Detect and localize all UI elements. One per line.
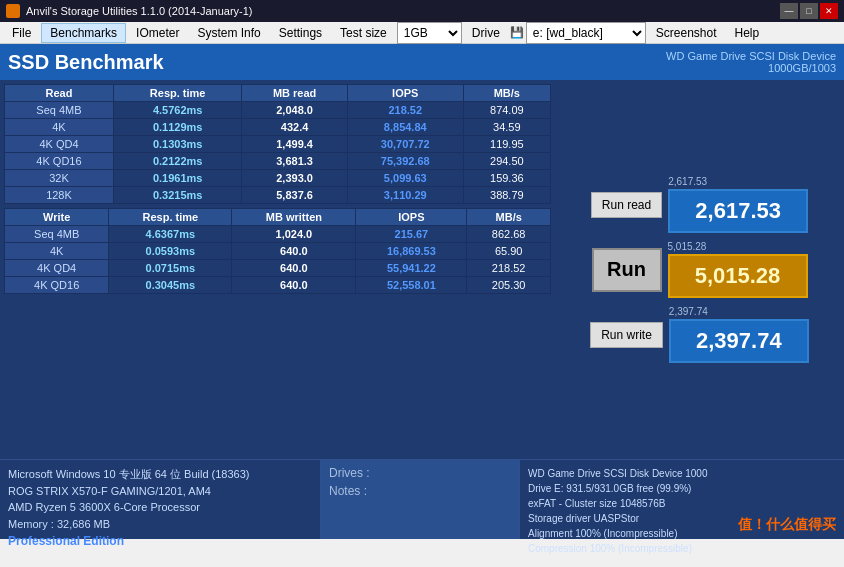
read-row-label: 128K — [5, 187, 114, 204]
write-row-iops: 52,558.01 — [356, 277, 467, 294]
write-table-row: 4K 0.0593ms 640.0 16,869.53 65.90 — [5, 243, 551, 260]
read-row-label: 4K — [5, 119, 114, 136]
drive-select[interactable]: e: [wd_black] — [526, 22, 646, 44]
menu-bar: File Benchmarks IOmeter System Info Sett… — [0, 22, 844, 44]
maximize-button[interactable]: □ — [800, 3, 818, 19]
score-panel: Run read 2,617.53 2,617.53 Run 5,015.28 … — [555, 80, 844, 459]
read-table-row: 128K 0.3215ms 5,837.6 3,110.29 388.79 — [5, 187, 551, 204]
col-iops: IOPS — [347, 85, 463, 102]
col-iops-w: IOPS — [356, 209, 467, 226]
drive-detail-0: WD Game Drive SCSI Disk Device 1000 — [528, 466, 836, 481]
write-row-mbs: 862.68 — [467, 226, 551, 243]
read-row-resp: 0.1961ms — [113, 170, 241, 187]
read-row-mbs: 34.59 — [463, 119, 550, 136]
write-row-mb: 640.0 — [232, 243, 356, 260]
menu-screenshot[interactable]: Screenshot — [648, 24, 725, 42]
read-row-label: 32K — [5, 170, 114, 187]
col-read: Read — [5, 85, 114, 102]
write-row-mbs: 205.30 — [467, 277, 551, 294]
write-row-mb: 1,024.0 — [232, 226, 356, 243]
main-content: Read Resp. time MB read IOPS MB/s Seq 4M… — [0, 80, 844, 459]
title-bar: Anvil's Storage Utilities 1.1.0 (2014-Ja… — [0, 0, 844, 22]
write-row-label: Seq 4MB — [5, 226, 109, 243]
read-row-mbs: 119.95 — [463, 136, 550, 153]
testsize-select[interactable]: 1GB 512MB 256MB — [397, 22, 462, 44]
app-title: Anvil's Storage Utilities 1.1.0 (2014-Ja… — [26, 5, 252, 17]
write-score-row: Run write 2,397.74 2,397.74 — [590, 306, 809, 363]
read-row-iops: 8,854.84 — [347, 119, 463, 136]
footer-sysinfo: Microsoft Windows 10 专业版 64 位 Build (183… — [0, 460, 320, 539]
menu-testsize-label: Test size — [332, 24, 395, 42]
col-mbs-w: MB/s — [467, 209, 551, 226]
write-table-row: 4K QD16 0.3045ms 640.0 52,558.01 205.30 — [5, 277, 551, 294]
read-row-mb: 3,681.3 — [242, 153, 348, 170]
drive-info: WD Game Drive SCSI Disk Device 1000GB/10… — [666, 50, 836, 74]
write-table-row: Seq 4MB 4.6367ms 1,024.0 215.67 862.68 — [5, 226, 551, 243]
read-row-mb: 5,837.6 — [242, 187, 348, 204]
run-write-button[interactable]: Run write — [590, 322, 663, 348]
menu-help[interactable]: Help — [727, 24, 768, 42]
read-score-block: 2,617.53 2,617.53 — [668, 176, 808, 233]
menu-file[interactable]: File — [4, 24, 39, 42]
read-row-iops: 5,099.63 — [347, 170, 463, 187]
write-row-iops: 16,869.53 — [356, 243, 467, 260]
write-row-mb: 640.0 — [232, 277, 356, 294]
write-row-mbs: 65.90 — [467, 243, 551, 260]
read-row-mbs: 874.09 — [463, 102, 550, 119]
drive-detail-2: exFAT - Cluster size 1048576B — [528, 496, 836, 511]
read-row-mbs: 294.50 — [463, 153, 550, 170]
run-button[interactable]: Run — [592, 248, 662, 292]
write-row-resp: 4.6367ms — [109, 226, 232, 243]
sys-line-2: ROG STRIX X570-F GAMING/1201, AM4 — [8, 483, 312, 500]
minimize-button[interactable]: — — [780, 3, 798, 19]
app-icon — [6, 4, 20, 18]
menu-benchmarks[interactable]: Benchmarks — [41, 23, 126, 43]
read-row-resp: 0.3215ms — [113, 187, 241, 204]
page-header: SSD Benchmark WD Game Drive SCSI Disk De… — [0, 44, 844, 80]
footer-drive-details: WD Game Drive SCSI Disk Device 1000 Driv… — [520, 460, 844, 539]
notes-label: Notes : — [329, 484, 511, 498]
read-row-mbs: 388.79 — [463, 187, 550, 204]
read-row-resp: 0.1129ms — [113, 119, 241, 136]
menu-sysinfo[interactable]: System Info — [189, 24, 268, 42]
write-row-iops: 55,941.22 — [356, 260, 467, 277]
read-table: Read Resp. time MB read IOPS MB/s Seq 4M… — [4, 84, 551, 204]
read-table-row: 32K 0.1961ms 2,393.0 5,099.63 159.36 — [5, 170, 551, 187]
menu-iometer[interactable]: IOmeter — [128, 24, 187, 42]
sys-line-4: Memory : 32,686 MB — [8, 516, 312, 533]
sys-line-1: Microsoft Windows 10 专业版 64 位 Build (183… — [8, 466, 312, 483]
col-resp-time-w: Resp. time — [109, 209, 232, 226]
col-write: Write — [5, 209, 109, 226]
write-row-iops: 215.67 — [356, 226, 467, 243]
write-score-sub: 2,397.74 — [669, 306, 708, 317]
read-row-iops: 218.52 — [347, 102, 463, 119]
menu-settings[interactable]: Settings — [271, 24, 330, 42]
benchmark-tables: Read Resp. time MB read IOPS MB/s Seq 4M… — [0, 80, 555, 459]
write-table-row: 4K QD4 0.0715ms 640.0 55,941.22 218.52 — [5, 260, 551, 277]
total-score-box: 5,015.28 — [668, 254, 808, 298]
read-table-row: 4K QD16 0.2122ms 3,681.3 75,392.68 294.5… — [5, 153, 551, 170]
read-table-row: Seq 4MB 4.5762ms 2,048.0 218.52 874.09 — [5, 102, 551, 119]
col-mbs: MB/s — [463, 85, 550, 102]
write-row-label: 4K — [5, 243, 109, 260]
read-row-mb: 1,499.4 — [242, 136, 348, 153]
read-score-box: 2,617.53 — [668, 189, 808, 233]
col-resp-time: Resp. time — [113, 85, 241, 102]
col-mb-read: MB read — [242, 85, 348, 102]
write-row-mbs: 218.52 — [467, 260, 551, 277]
read-score-row: Run read 2,617.53 2,617.53 — [591, 176, 808, 233]
read-row-iops: 3,110.29 — [347, 187, 463, 204]
run-read-button[interactable]: Run read — [591, 192, 662, 218]
write-row-resp: 0.0715ms — [109, 260, 232, 277]
footer: Microsoft Windows 10 专业版 64 位 Build (183… — [0, 459, 844, 539]
write-score-box: 2,397.74 — [669, 319, 809, 363]
footer-drives: Drives : Notes : — [320, 460, 520, 539]
read-row-iops: 30,707.72 — [347, 136, 463, 153]
read-row-mb: 432.4 — [242, 119, 348, 136]
close-button[interactable]: ✕ — [820, 3, 838, 19]
total-score-block: 5,015.28 5,015.28 — [668, 241, 808, 298]
read-row-mbs: 159.36 — [463, 170, 550, 187]
read-row-resp: 4.5762ms — [113, 102, 241, 119]
write-table: Write Resp. time MB written IOPS MB/s Se… — [4, 208, 551, 294]
total-score-row: Run 5,015.28 5,015.28 — [592, 241, 808, 298]
